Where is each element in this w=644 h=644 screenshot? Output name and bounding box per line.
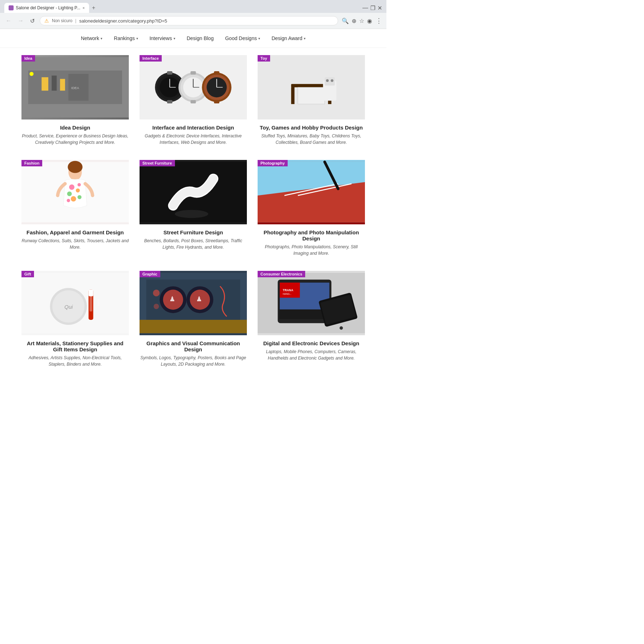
- card-description: Gadgets & Electronic Device Interfaces, …: [140, 133, 247, 146]
- card-image-wrap: Idea IDEA: [21, 55, 129, 119]
- card-image: ♟ ♟: [140, 271, 247, 335]
- svg-rect-14: [167, 71, 172, 74]
- card-image-wrap: Toy: [258, 55, 365, 119]
- share-icon[interactable]: ⊕: [352, 18, 356, 24]
- svg-point-50: [175, 210, 208, 218]
- category-badge: Fashion: [21, 160, 42, 166]
- card-image: [140, 55, 247, 119]
- card-image-wrap: Consumer Electronics TRANA HANG...: [258, 271, 365, 335]
- card-image-wrap: Gift Qui OZIO: [21, 271, 129, 335]
- card-title: Fashion, Apparel and Garment Design: [26, 229, 124, 235]
- svg-rect-3: [42, 77, 48, 91]
- url-text: salonedeldesigner.com/category.php?ID=5: [79, 18, 333, 24]
- svg-point-45: [78, 183, 81, 186]
- chevron-down-icon: ▾: [304, 36, 306, 40]
- category-badge: Gift: [21, 271, 34, 277]
- svg-point-2: [30, 72, 34, 76]
- card-image-wrap: Photography: [258, 160, 365, 224]
- category-card-6[interactable]: Gift Qui OZIO Art Materials, Stationery …: [21, 271, 129, 367]
- new-tab-button[interactable]: +: [92, 5, 95, 11]
- svg-rect-32: [291, 87, 294, 104]
- card-image: TRANA HANG...: [258, 271, 365, 335]
- browser-menu-button[interactable]: ⋮: [376, 17, 382, 25]
- category-card-7[interactable]: Graphic ♟ ♟ Graphics and Visual Communic…: [140, 271, 247, 367]
- card-image-wrap: Street Furniture: [140, 160, 247, 224]
- nav-item-good-designs[interactable]: Good Designs▾: [225, 35, 260, 41]
- minimize-button[interactable]: —: [362, 5, 368, 11]
- tab-close-button[interactable]: ×: [83, 6, 85, 10]
- nav-item-design-blog[interactable]: Design Blog: [187, 35, 214, 41]
- category-badge: Consumer Electronics: [258, 271, 305, 277]
- category-card-0[interactable]: Idea IDEA Idea DesignProduct, Service, E…: [21, 55, 129, 146]
- category-badge: Photography: [258, 160, 288, 166]
- category-card-5[interactable]: Photography Photography and Photo Manipu…: [258, 160, 365, 257]
- card-title: Photography and Photo Manipulation Desig…: [258, 229, 365, 241]
- card-image: [140, 160, 247, 224]
- card-description: Laptops, Mobile Phones, Computers, Camer…: [258, 348, 365, 361]
- svg-rect-36: [325, 77, 335, 86]
- chevron-down-icon: ▾: [101, 36, 102, 40]
- chevron-down-icon: ▾: [258, 36, 260, 40]
- nav-item-network[interactable]: Network▾: [81, 35, 102, 41]
- card-image: [258, 55, 365, 119]
- svg-text:IDEA: IDEA: [71, 86, 79, 90]
- svg-point-43: [76, 189, 80, 192]
- browser-addressbar: ← → ↺ ⚠ Non sicuro | salonedeldesigner.c…: [0, 13, 386, 29]
- category-badge: Interface: [140, 55, 162, 62]
- svg-text:HANG...: HANG...: [283, 293, 292, 295]
- nav-item-label: Rankings: [114, 35, 135, 41]
- svg-rect-34: [298, 87, 325, 104]
- svg-rect-22: [191, 100, 196, 103]
- card-image: [258, 160, 365, 224]
- category-card-4[interactable]: Street Furniture Street Furniture Design…: [140, 160, 247, 257]
- card-title: Interface and Interaction Design: [152, 125, 234, 131]
- browser-tab[interactable]: Salone del Designer - Lighting P... ×: [4, 3, 89, 13]
- window-controls: — ❐ ✕: [362, 5, 382, 11]
- svg-point-46: [71, 196, 76, 201]
- category-card-1[interactable]: Interface Interface and Interaction Desi…: [140, 55, 247, 146]
- svg-point-47: [78, 195, 82, 199]
- tab-title: Salone del Designer - Lighting P...: [16, 5, 80, 10]
- card-description: Product, Service, Experience or Business…: [21, 133, 129, 146]
- card-title: Art Materials, Stationery Supplies and G…: [21, 340, 129, 352]
- svg-point-44: [67, 191, 72, 196]
- main-content: Idea IDEA Idea DesignProduct, Service, E…: [0, 48, 386, 382]
- nav-item-label: Network: [81, 35, 99, 41]
- nav-item-design-award[interactable]: Design Award▾: [272, 35, 306, 41]
- restore-button[interactable]: ❐: [370, 5, 375, 11]
- svg-rect-29: [214, 100, 219, 103]
- non-secure-label: Non sicuro: [52, 18, 72, 23]
- card-description: Symbols, Logos, Typography, Posters, Boo…: [140, 355, 247, 367]
- svg-point-37: [326, 79, 329, 82]
- profile-icon[interactable]: ◉: [367, 18, 372, 24]
- category-card-3[interactable]: Fashion Fashion, Apparel and Garment Des…: [21, 160, 129, 257]
- browser-titlebar: Salone del Designer - Lighting P... × + …: [0, 0, 386, 13]
- bookmark-icon[interactable]: ☆: [359, 18, 364, 24]
- nav-item-label: Interviews: [150, 35, 172, 41]
- chevron-down-icon: ▾: [136, 36, 138, 40]
- svg-text:TRANA: TRANA: [283, 288, 293, 292]
- close-button[interactable]: ✕: [377, 5, 382, 11]
- chevron-down-icon: ▾: [174, 36, 175, 40]
- category-card-8[interactable]: Consumer Electronics TRANA HANG... Digit…: [258, 271, 365, 367]
- svg-rect-15: [167, 100, 172, 103]
- svg-point-42: [69, 184, 74, 190]
- category-badge: Street Furniture: [140, 160, 175, 166]
- card-image: Qui OZIO: [21, 271, 129, 335]
- card-description: Runway Collections, Suits, Skirts, Trous…: [21, 238, 129, 250]
- svg-rect-4: [52, 75, 57, 91]
- nav-item-label: Good Designs: [225, 35, 257, 41]
- back-button[interactable]: ←: [4, 16, 13, 25]
- reload-button[interactable]: ↺: [29, 16, 36, 26]
- forward-button[interactable]: →: [16, 16, 25, 25]
- nav-item-interviews[interactable]: Interviews▾: [150, 35, 175, 41]
- card-title: Toy, Games and Hobby Products Design: [260, 125, 363, 131]
- zoom-icon[interactable]: 🔍: [342, 18, 349, 24]
- svg-rect-5: [60, 79, 65, 91]
- category-card-2[interactable]: Toy Toy, Games and Hobby Products Design…: [258, 55, 365, 146]
- svg-point-73: [153, 290, 160, 297]
- svg-point-41: [68, 161, 82, 173]
- nav-item-rankings[interactable]: Rankings▾: [114, 35, 138, 41]
- address-bar[interactable]: ⚠ Non sicuro | salonedeldesigner.com/cat…: [40, 16, 338, 25]
- site-navigation: Network▾Rankings▾Interviews▾Design BlogG…: [0, 29, 386, 48]
